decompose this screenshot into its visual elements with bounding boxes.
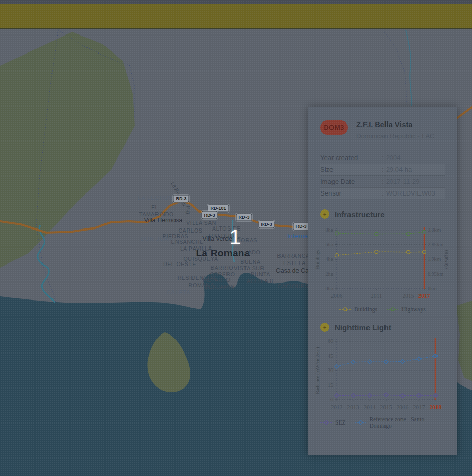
infrastructure-chart: 0ha2ha4ha6ha8ha0km0.95km1.9km2.85km3.8km… [314, 223, 448, 303]
svg-text:2017: 2017 [418, 293, 430, 299]
svg-text:0km: 0km [428, 286, 437, 291]
section-title: Nighttime Light [335, 323, 391, 332]
svg-text:45: 45 [328, 353, 333, 359]
svg-text:Radiance ( nW/cm2/sr ): Radiance ( nW/cm2/sr ) [315, 347, 321, 394]
legend-item: Buildings [339, 306, 377, 312]
detail-label: Year created [320, 154, 382, 162]
detail-colon: : [382, 178, 384, 185]
detail-row: Year created:2004 [320, 152, 445, 164]
svg-text:8ha: 8ha [326, 227, 334, 233]
svg-text:2013: 2013 [347, 404, 359, 410]
svg-text:15: 15 [328, 382, 333, 388]
svg-text:30: 30 [328, 367, 333, 373]
legend-item: Reference zone - Santo Domingo [355, 416, 445, 429]
detail-label: Size [320, 166, 382, 173]
detail-colon: : [382, 166, 384, 173]
detail-colon: : [382, 154, 384, 162]
infrastructure-legend: BuildingsHighways [320, 306, 445, 312]
svg-text:1.9km: 1.9km [428, 256, 441, 262]
svg-text:2006: 2006 [331, 293, 343, 299]
legend-label: Reference zone - Santo Domingo [369, 416, 445, 429]
svg-text:0: 0 [330, 397, 333, 402]
svg-text:Buildings: Buildings [315, 250, 320, 269]
infrastructure-icon: + [320, 209, 329, 219]
zone-code-badge: DOM3 [320, 120, 348, 135]
svg-text:2015: 2015 [380, 404, 392, 410]
svg-text:60: 60 [328, 338, 333, 344]
panel-header: DOM3 Z.F.I. Bella Vista Dominican Republ… [320, 120, 445, 140]
svg-text:6ha: 6ha [326, 242, 334, 248]
svg-text:4ha: 4ha [326, 256, 334, 262]
svg-text:2018: 2018 [430, 404, 442, 410]
legend-item: Highways [387, 306, 426, 312]
section-title: Infrastructure [335, 210, 385, 219]
svg-text:2011: 2011 [371, 293, 382, 299]
svg-text:0ha: 0ha [326, 286, 334, 291]
nighttime-light-icon: + [320, 323, 329, 332]
svg-text:0.95km: 0.95km [428, 271, 444, 277]
svg-text:2.85km: 2.85km [428, 242, 444, 248]
section-nighttime-light: + Nighttime Light 0153045602012201320142… [320, 323, 445, 429]
detail-value: 2004 [386, 154, 401, 162]
nighttime-chart: 0153045602012201320142015201620172018Rad… [314, 336, 448, 413]
svg-text:2012: 2012 [331, 404, 343, 410]
top-bar [0, 0, 472, 4]
svg-text:2014: 2014 [364, 404, 376, 410]
legend-label: Highways [401, 306, 426, 312]
svg-text:2015: 2015 [403, 293, 414, 299]
section-infrastructure: + Infrastructure 0ha2ha4ha6ha8ha0km0.95k… [320, 209, 445, 312]
svg-text:2ha: 2ha [326, 271, 334, 277]
detail-row: Size:29.04 ha [320, 164, 445, 175]
detail-label: Sensor [320, 189, 382, 197]
nighttime-legend: SEZReference zone - Santo Domingo [320, 416, 445, 429]
info-panel: DOM3 Z.F.I. Bella Vista Dominican Republ… [308, 107, 457, 455]
legend-label: SEZ [335, 419, 345, 426]
map-marker-1[interactable]: 1 [229, 225, 241, 250]
detail-colon: : [382, 189, 384, 197]
zone-details-table: Year created:2004Size:29.04 haImage Date… [320, 152, 445, 199]
svg-text:Highways: Highways [444, 250, 448, 270]
svg-text:3.8km: 3.8km [428, 227, 441, 233]
legend-label: Buildings [354, 306, 377, 312]
zone-title: Z.F.I. Bella Vista [356, 120, 434, 129]
detail-label: Image Date [320, 178, 382, 185]
svg-text:2017: 2017 [413, 404, 425, 410]
detail-row: Sensor:WORLDVIEW03 [320, 187, 445, 199]
zone-subtitle: Dominican Republic - LAC [356, 132, 434, 140]
detail-row: Image Date:2017-11-29 [320, 175, 445, 187]
detail-value: WORLDVIEW03 [386, 189, 435, 197]
detail-value: 29.04 ha [386, 166, 412, 173]
detail-value: 2017-11-29 [386, 178, 420, 185]
svg-text:2016: 2016 [397, 404, 409, 410]
app-header [0, 4, 472, 29]
legend-item: SEZ [320, 416, 345, 429]
